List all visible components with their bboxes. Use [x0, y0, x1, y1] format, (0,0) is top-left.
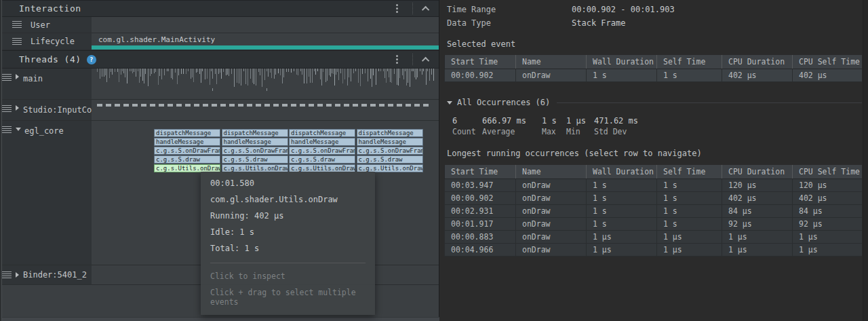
collapse-arrow-icon[interactable] [16, 128, 21, 131]
table-cell[interactable]: onDraw [516, 178, 587, 191]
thread-row-main[interactable]: main [0, 69, 439, 100]
table-cell[interactable]: onDraw [516, 217, 587, 230]
table-cell[interactable]: 1 µs [657, 230, 722, 243]
table-cell[interactable]: 00:04.966 [445, 243, 516, 256]
column-header[interactable]: CPU Duration [722, 165, 793, 178]
drag-handle-icon[interactable] [2, 105, 12, 113]
threads-menu-icon[interactable] [393, 53, 401, 66]
table-cell[interactable]: 1 s [657, 204, 722, 217]
scrollbar-track[interactable] [863, 0, 868, 321]
help-icon[interactable]: ? [87, 55, 96, 64]
table-cell[interactable]: 84 µs [722, 204, 793, 217]
column-header[interactable]: Wall Duration [587, 55, 657, 69]
table-cell[interactable]: 84 µs [793, 204, 862, 217]
table-row[interactable]: 00:04.966onDraw1 µs1 µs1 µs1 µs [445, 243, 862, 256]
drag-handle-icon[interactable] [12, 38, 22, 45]
table-cell[interactable]: 1 µs [722, 243, 793, 256]
inputcon-thread-track[interactable] [92, 100, 439, 120]
table-cell[interactable]: onDraw [516, 191, 587, 204]
table-row[interactable]: 00:00.883onDraw1 µs1 µs1 µs1 µs [445, 230, 862, 243]
table-cell[interactable]: onDraw [516, 243, 587, 256]
expand-arrow-icon[interactable] [16, 105, 19, 111]
track-row-user[interactable]: User [0, 17, 439, 33]
interaction-section-header[interactable]: Interaction [0, 0, 439, 17]
table-cell[interactable]: 1 s [657, 178, 722, 191]
flame-block[interactable]: c.g.s.S.onDrawFrame [289, 147, 355, 155]
column-header[interactable]: Start Time [445, 165, 516, 178]
table-cell[interactable]: 1 s [587, 191, 657, 204]
table-row[interactable]: 00:02.931onDraw1 s1 s84 µs84 µs [445, 204, 862, 217]
flame-block[interactable]: c.g.s.S.draw [154, 155, 220, 164]
threads-collapse-icon[interactable] [422, 56, 429, 64]
interaction-menu-icon[interactable] [393, 2, 401, 15]
drag-handle-icon[interactable] [2, 271, 12, 279]
expand-arrow-icon[interactable] [16, 272, 19, 278]
table-cell[interactable]: 402 µs [722, 191, 793, 204]
threads-section-header[interactable]: Threads (4) ? [0, 50, 439, 69]
column-header[interactable]: Name [516, 165, 587, 178]
thread-row-studio-inputcon[interactable]: Studio:InputCon [0, 100, 439, 121]
drag-handle-icon[interactable] [2, 126, 12, 134]
table-cell[interactable]: 00:00.902 [445, 69, 516, 81]
column-header[interactable]: Start Time [445, 55, 516, 69]
column-header[interactable]: CPU Self Time [793, 55, 862, 69]
table-cell[interactable]: 1 s [657, 69, 722, 81]
table-cell[interactable]: 402 µs [722, 69, 793, 81]
expand-arrow-icon[interactable] [16, 74, 19, 79]
table-cell[interactable]: onDraw [516, 69, 587, 81]
flame-block[interactable]: handleMessage [222, 138, 288, 146]
table-cell[interactable]: 120 µs [793, 178, 862, 191]
column-header[interactable]: Self Time [657, 55, 722, 69]
flame-block[interactable]: handleMessage [154, 138, 220, 146]
table-cell[interactable]: 00:03.947 [445, 178, 516, 191]
table-cell[interactable]: 00:01.917 [445, 217, 516, 230]
flame-block[interactable]: dispatchMessage [289, 129, 355, 137]
user-track-content[interactable] [92, 17, 439, 33]
table-cell[interactable]: 1 µs [657, 243, 722, 256]
table-cell[interactable]: 92 µs [793, 217, 862, 230]
table-row[interactable]: 00:03.947onDraw1 s1 s120 µs120 µs [445, 178, 862, 191]
table-cell[interactable]: onDraw [516, 204, 587, 217]
table-cell[interactable]: 00:00.883 [445, 230, 516, 243]
track-row-lifecycle[interactable]: Lifecycle com.gl.shader.MainActivity [0, 33, 439, 50]
table-cell[interactable]: 1 µs [722, 230, 793, 243]
activity-duration-bar[interactable] [92, 45, 439, 50]
user-track-label[interactable]: User [0, 17, 92, 33]
flame-block[interactable]: c.g.s.S.draw [357, 155, 423, 164]
table-cell[interactable]: 1 µs [793, 243, 862, 256]
flame-block[interactable]: dispatchMessage [222, 129, 288, 137]
column-header[interactable]: Name [516, 55, 587, 69]
all-occurrences-header[interactable]: All Occurrences (6) [447, 98, 862, 107]
table-cell[interactable]: 1 s [657, 217, 722, 230]
flame-block[interactable]: c.g.s.S.onDrawFrame [357, 147, 423, 155]
table-cell[interactable]: 1 s [587, 69, 657, 81]
table-cell[interactable]: onDraw [516, 230, 587, 243]
flame-block[interactable]: dispatchMessage [154, 129, 220, 137]
interaction-collapse-icon[interactable] [422, 5, 429, 13]
egl-core-thread-label[interactable]: egl_core [0, 121, 92, 265]
flame-block[interactable]: c.g.s.S.onDrawFrame [222, 147, 288, 155]
lifecycle-activity-event[interactable]: com.gl.shader.MainActivity [92, 33, 439, 50]
table-cell[interactable]: 402 µs [793, 191, 862, 204]
flame-block[interactable]: handleMessage [289, 138, 355, 146]
table-cell[interactable]: 00:02.931 [445, 204, 516, 217]
table-cell[interactable]: 402 µs [793, 69, 862, 81]
lifecycle-track-content[interactable]: com.gl.shader.MainActivity [92, 33, 439, 50]
table-cell[interactable]: 1 s [657, 191, 722, 204]
table-cell[interactable]: 00:00.902 [445, 191, 516, 204]
column-header[interactable]: Self Time [657, 165, 722, 178]
flame-block[interactable]: handleMessage [357, 138, 423, 146]
table-row[interactable]: 00:01.917onDraw1 s1 s92 µs92 µs [445, 217, 862, 230]
lifecycle-track-label[interactable]: Lifecycle [0, 33, 92, 50]
drag-handle-icon[interactable] [12, 21, 22, 29]
flame-block[interactable]: c.g.s.S.onDrawFrame [154, 147, 220, 155]
table-cell[interactable]: 1 µs [587, 243, 657, 256]
table-cell[interactable]: 1 µs [793, 230, 862, 243]
table-row[interactable]: 00:00.902onDraw1 s1 s402 µs402 µs [445, 191, 862, 204]
flame-block[interactable]: dispatchMessage [357, 129, 423, 137]
column-header[interactable]: CPU Self Time [793, 165, 862, 178]
drag-handle-icon[interactable] [2, 74, 12, 81]
collapse-arrow-icon[interactable] [447, 101, 452, 105]
table-cell[interactable]: 1 s [587, 178, 657, 191]
table-row[interactable]: 00:00.902onDraw1 s1 s402 µs402 µs [445, 69, 862, 81]
